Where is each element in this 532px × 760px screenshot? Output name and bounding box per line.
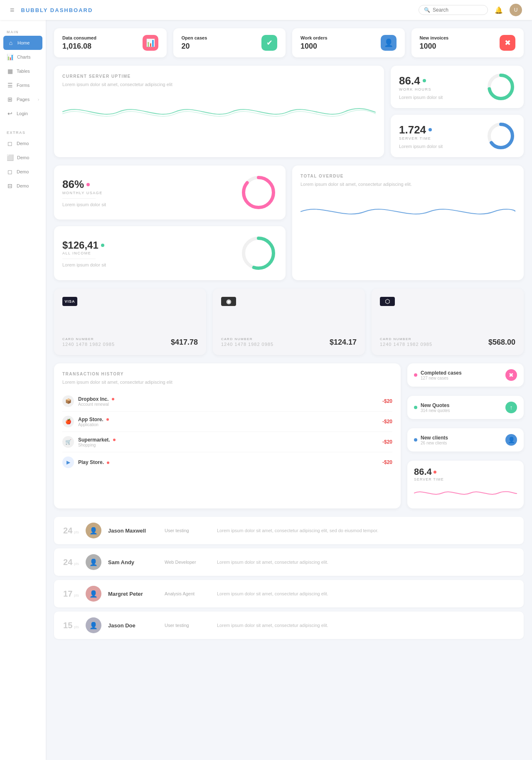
income-value: $126,41 (62, 239, 99, 251)
sidebar-item-label: Forms (17, 83, 30, 88)
notif-badge-1: ↑ (505, 402, 517, 413)
notif-card-0: Completed cases 127 new cases ✖ (407, 363, 524, 387)
sidebar-item-forms[interactable]: ☰ Forms (0, 78, 46, 92)
svg-point-5 (244, 178, 273, 207)
donut-column: 86.4 WORK HOURS Lorem ipsum dolor sit 1.… (391, 66, 524, 157)
tx-sub-2: Shopping (78, 443, 382, 447)
stat-label: Data consumed (62, 35, 96, 40)
notif-dot-0 (414, 373, 417, 377)
income-inner: $126,41 ALL INCOME Lorem ipsum dolor sit (62, 234, 277, 272)
server-mini-wave (414, 485, 517, 501)
sidebar-item-label: Login (17, 111, 28, 116)
tx-info-3: Play Store. (78, 459, 382, 465)
server-time-label: SERVER TIME (399, 136, 443, 141)
cc-logo-3: ⬡ (380, 297, 395, 306)
monthly-label: MONTHLY USAGE (62, 191, 106, 195)
people-desc-1: Lorem ipsum dolor sit amet, consectetur … (217, 560, 515, 565)
server-time-info: 1.724 SERVER TIME Lorem ipsum dolor sit (399, 123, 443, 149)
server-mini-dot (433, 471, 436, 474)
cc-bottom-1: CARD NUMBER 1240 1478 1982 0985 $417.78 (62, 337, 198, 347)
sidebar-item-demo-2[interactable]: ⬜ Demo (0, 151, 46, 165)
tx-row-3: ▶ Play Store. -$20 (62, 452, 392, 472)
people-name-1: Sam Andy (108, 559, 158, 565)
stat-value: 1000 (420, 42, 449, 51)
people-role-1: Web Developer (165, 560, 210, 565)
cc-bottom-2: CARD NUMBER 1240 1478 1982 0985 $124.17 (221, 337, 357, 347)
avatar[interactable]: U (510, 4, 522, 16)
sidebar-item-label: Home (17, 40, 30, 45)
people-num-1: 24 pts (62, 558, 79, 567)
home-icon: ⌂ (7, 39, 14, 46)
tx-dot-2 (113, 439, 116, 441)
notif-sub-2: 26 new clients (421, 441, 448, 445)
sidebar-item-demo-4[interactable]: ⊟ Demo (0, 179, 46, 193)
tx-notif-section: TRANSACTION HISTORY Lorem ipsum dolor si… (54, 363, 524, 508)
transaction-card: TRANSACTION HISTORY Lorem ipsum dolor si… (54, 363, 401, 508)
tx-icon-0: 📦 (62, 395, 74, 407)
income-desc: Lorem ipsum dolor sit (62, 262, 106, 267)
cc-number-1: 1240 1478 1982 0985 (62, 342, 115, 347)
search-box[interactable]: 🔍 (419, 5, 488, 15)
cc-amount-1: $417.78 (171, 338, 198, 347)
tx-row-2: 🛒 Supermarket. Shopping -$20 (62, 432, 392, 452)
people-section: 24 pts 👤 Jason Maxwell User testing Lore… (54, 517, 524, 639)
tx-name-2: Supermarket. (78, 437, 382, 443)
uptime-card: CURRENT SERVER UPTIME Lorem ipsum dolor … (54, 66, 384, 157)
sidebar-item-home[interactable]: ⌂ Home (3, 36, 42, 50)
work-hours-donut (486, 72, 515, 101)
stat-info: Data consumed 1,016.08 (62, 35, 96, 51)
cc-number-3: 1240 1478 1982 0985 (380, 342, 432, 347)
cc-logo-1: VISA (62, 297, 77, 306)
work-hours-card: 86.4 WORK HOURS Lorem ipsum dolor sit (391, 66, 524, 108)
tx-dot-0 (112, 398, 114, 400)
topnav-left: ≡ BUBBLY DASHBOARD (10, 6, 93, 15)
menu-icon[interactable]: ≡ (10, 6, 15, 15)
stat-card-data-consumed: Data consumed 1,016.08 📊 (54, 28, 167, 57)
stat-label: Work orders (300, 35, 328, 40)
sidebar-main-label: MAIN (0, 27, 46, 36)
stat-label: Open cases (182, 35, 207, 40)
cc-info-3: CARD NUMBER 1240 1478 1982 0985 (380, 337, 432, 347)
tx-dot-3 (107, 461, 109, 464)
topnav-right: 🔍 🔔 U (419, 4, 522, 16)
notif-column: Completed cases 127 new cases ✖ New Quot… (407, 363, 524, 508)
tx-sub-0: Account renewal (78, 402, 382, 407)
people-avatar-0: 👤 (86, 523, 101, 538)
cc-label-3: CARD NUMBER (380, 337, 432, 341)
credit-card-2: ◉ CARD NUMBER 1240 1478 1982 0985 $124.1… (213, 289, 365, 355)
credit-card-1: VISA CARD NUMBER 1240 1478 1982 0985 $41… (54, 289, 206, 355)
people-role-2: Analysis Agent (165, 591, 210, 596)
cc-label-1: CARD NUMBER (62, 337, 115, 341)
sidebar-item-demo-3[interactable]: ◻ Demo (0, 165, 46, 179)
tx-amount-3: -$20 (382, 459, 392, 465)
stat-row: Data consumed 1,016.08 📊 Open cases 20 ✔… (54, 28, 524, 57)
people-num-3: 15 pts (62, 621, 79, 630)
tx-amount-2: -$20 (382, 439, 392, 445)
people-num-0: 24 pts (62, 526, 79, 535)
people-name-3: Jason Doe (108, 622, 158, 629)
uptime-wave (62, 99, 376, 126)
sidebar-item-login[interactable]: ↩ Login (0, 106, 46, 121)
stat-info: New invoices 1000 (420, 35, 449, 51)
sidebar-item-demo-1[interactable]: ◻ Demo (0, 136, 46, 151)
sidebar-item-label: Demo (17, 183, 29, 188)
people-row-3: 15 pts 👤 Jason Doe User testing Lorem ip… (54, 612, 524, 639)
brand-title: BUBBLY DASHBOARD (21, 7, 93, 13)
pages-icon: ⊞ (7, 96, 13, 103)
sidebar-item-tables[interactable]: ▦ Tables (0, 64, 46, 78)
notif-text-0: Completed cases 127 new cases (421, 370, 462, 380)
sidebar-item-charts[interactable]: 📊 Charts (0, 50, 46, 64)
tables-icon: ▦ (7, 68, 13, 74)
tx-name-0: Dropbox Inc. (78, 396, 382, 402)
notif-row-1: New Quotes 314 new quotes ↑ (414, 402, 517, 413)
stat-icon: ✔ (261, 35, 277, 51)
sidebar-item-pages[interactable]: ⊞ Pages › (0, 92, 46, 106)
total-overdue-card: TOTAL OVERDUE Lorem ipsum dolor sit amet… (292, 165, 524, 280)
all-income-donut (240, 234, 277, 272)
sidebar-item-label: Demo (17, 169, 29, 174)
people-num-2: 17 pts (62, 589, 79, 599)
search-input[interactable] (433, 7, 483, 13)
notif-left-1: New Quotes 314 new quotes (414, 402, 505, 413)
bell-icon[interactable]: 🔔 (495, 6, 503, 14)
overdue-wave (300, 195, 515, 229)
